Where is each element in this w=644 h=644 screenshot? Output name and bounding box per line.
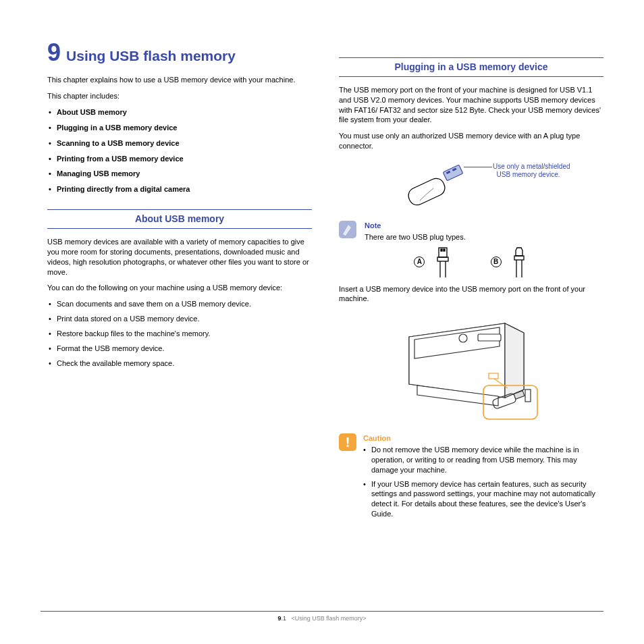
list-item: If your USB memory device has certain fe… xyxy=(363,479,603,519)
note-heading: Note xyxy=(365,221,466,231)
caution-heading: Caution xyxy=(363,433,603,444)
list-item: Format the USB memory device. xyxy=(47,344,312,354)
usb-stick-icon xyxy=(400,160,474,214)
page-footer: 9.1 <Using USB flash memory> xyxy=(41,611,603,622)
list-item: Scan documents and save them on a USB me… xyxy=(47,299,312,309)
section-heading-plug: Plugging in a USB memory device xyxy=(339,57,603,77)
chapter-number: 9 xyxy=(47,41,61,65)
printer-figure xyxy=(339,310,603,424)
toc-item: About USB memory xyxy=(47,107,312,117)
includes-label: This chapter includes: xyxy=(47,91,312,101)
svg-rect-10 xyxy=(514,256,524,260)
list-item: Restore backup files to the machine's me… xyxy=(47,329,312,339)
plug-a-icon xyxy=(433,246,453,277)
caution-list: Do not remove the USB memory device whil… xyxy=(363,445,603,519)
plug-b-icon xyxy=(510,246,529,277)
list-item: Do not remove the USB memory device whil… xyxy=(363,445,603,475)
callout-line xyxy=(464,167,492,167)
toc-item: Printing from a USB memory device xyxy=(47,154,312,164)
toc-item: Scanning to a USB memory device xyxy=(47,138,312,149)
about-list: Scan documents and save them on a USB me… xyxy=(47,299,312,368)
footer-page-minor: .1 xyxy=(281,615,286,622)
plug-types-figure: A B xyxy=(339,246,603,277)
plug-p3: Insert a USB memory device into the USB … xyxy=(339,284,603,304)
plug-b-label: B xyxy=(491,257,502,267)
intro-paragraph: This chapter explains how to use a USB m… xyxy=(47,75,312,85)
toc-item: Managing USB memory xyxy=(47,169,312,179)
usb-stick-figure: Use only a metal/shielded USB memory dev… xyxy=(339,157,603,218)
chapter-heading: Using USB flash memory xyxy=(66,47,236,65)
plug-a-label: A xyxy=(414,257,425,267)
callout-text: Use only a metal/shielded USB memory dev… xyxy=(493,163,601,179)
svg-rect-0 xyxy=(406,176,448,207)
svg-rect-4 xyxy=(439,248,447,257)
svg-rect-1 xyxy=(443,165,462,181)
caution-block: ! Caution Do not remove the USB memory d… xyxy=(339,433,603,523)
about-p1: USB memory devices are available with a … xyxy=(47,237,312,277)
left-column: 9 Using USB flash memory This chapter ex… xyxy=(47,41,312,523)
caution-icon: ! xyxy=(339,433,356,451)
svg-rect-7 xyxy=(437,257,448,261)
list-item: Check the available memory space. xyxy=(47,358,312,369)
note-body: There are two USB plug types. xyxy=(365,232,466,242)
footer-title: <Using USB flash memory> xyxy=(292,615,367,622)
list-item: Print data stored on a USB memory device… xyxy=(47,314,312,324)
toc-item: Printing directly from a digital camera xyxy=(47,184,312,194)
svg-rect-5 xyxy=(441,249,442,251)
chapter-title: 9 Using USB flash memory xyxy=(47,41,312,65)
section-heading-about: About USB memory xyxy=(47,209,312,229)
note-icon xyxy=(339,221,356,238)
svg-rect-20 xyxy=(525,390,531,402)
svg-rect-13 xyxy=(478,334,501,341)
note-block: Note There are two USB plug types. xyxy=(339,221,603,242)
plug-p1: The USB memory port on the front of your… xyxy=(339,85,603,125)
toc-list: About USB memory Plugging in a USB memor… xyxy=(47,107,312,194)
plug-p2: You must use only an authorized USB memo… xyxy=(339,131,603,151)
svg-rect-6 xyxy=(444,249,445,251)
right-column: Plugging in a USB memory device The USB … xyxy=(339,41,603,523)
toc-item: Plugging in a USB memory device xyxy=(47,123,312,133)
about-p2: You can do the following on your machine… xyxy=(47,283,312,293)
